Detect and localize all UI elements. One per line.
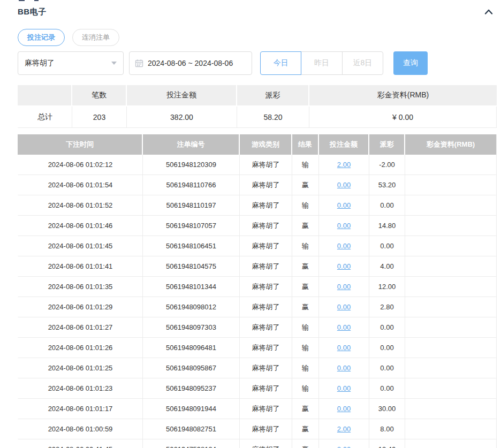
bet-amount-link[interactable]: 0.00 — [337, 181, 351, 189]
table-row: 2024-08-06 01:02:125061948120309麻将胡了输2.0… — [18, 155, 497, 175]
cell-order-number: 5061948098012 — [143, 297, 240, 317]
summary-total-jackpot: ¥ 0.00 — [309, 107, 497, 128]
cell-order-number: 5061948110197 — [143, 195, 240, 216]
summary-header-bet-amount: 投注金额 — [127, 85, 237, 107]
bet-amount-link[interactable]: 0.00 — [337, 222, 351, 230]
cell-result: 输 — [292, 378, 319, 399]
quick-date-button-group: 今日 昨日 近8日 — [260, 51, 383, 75]
record-type-tabs: 投注记录 连消注单 — [18, 29, 497, 46]
cell-payout: 0.00 — [369, 195, 405, 216]
records-header-row: 下注时间 注单编号 游戏类别 结果 投注金额 派彩 彩金资料(RMB) — [18, 134, 497, 155]
table-row: 2024-08-06 01:01:455061948106451麻将胡了输0.0… — [18, 236, 497, 256]
cell-game-type: 麻将胡了 — [240, 297, 292, 317]
summary-header-payout: 派彩 — [237, 85, 309, 107]
cell-payout: 2.80 — [369, 297, 405, 317]
cell-order-number: 5061948097303 — [143, 317, 240, 338]
cell-jackpot — [405, 317, 497, 338]
yesterday-button[interactable]: 昨日 — [301, 51, 342, 75]
cell-bet-amount: 0.00 — [319, 256, 369, 277]
cell-bet-time: 2024-08-06 01:01:45 — [18, 236, 143, 256]
cell-jackpot — [405, 399, 497, 419]
summary-header-count: 笔数 — [72, 85, 127, 107]
bet-amount-link[interactable]: 0.00 — [337, 303, 351, 311]
summary-total-row: 总计 203 382.00 58.20 ¥ 0.00 — [18, 107, 497, 128]
cell-result: 赢 — [292, 439, 319, 448]
cell-order-number: 5061948101344 — [143, 277, 240, 297]
bet-amount-link[interactable]: 0.00 — [337, 405, 351, 413]
bet-amount-link[interactable]: 0.00 — [337, 201, 351, 209]
cell-result: 输 — [292, 317, 319, 338]
cell-bet-amount: 0.00 — [319, 297, 369, 317]
last-8-days-button[interactable]: 近8日 — [342, 51, 383, 75]
cell-jackpot — [405, 195, 497, 216]
bet-amount-link[interactable]: 2.00 — [337, 425, 351, 433]
cell-order-number: 5061948120309 — [143, 155, 240, 175]
table-row: 2024-08-06 01:01:545061948110766麻将胡了赢0.0… — [18, 175, 497, 195]
cell-bet-time: 2024-08-06 01:01:26 — [18, 338, 143, 358]
chevron-up-icon — [484, 9, 494, 17]
cell-bet-amount: 2.00 — [319, 419, 369, 439]
cell-payout: 13.40 — [369, 439, 405, 448]
table-row: 2024-08-06 01:01:295061948098012麻将胡了赢0.0… — [18, 297, 497, 317]
today-button[interactable]: 今日 — [260, 51, 301, 75]
date-range-picker[interactable]: 2024-08-06 ~ 2024-08-06 — [129, 51, 252, 75]
summary-header-empty — [18, 85, 72, 107]
cell-bet-amount: 0.00 — [319, 317, 369, 338]
game-select-value: 麻将胡了 — [25, 58, 55, 68]
cell-order-number: 5061947598134 — [143, 439, 240, 448]
col-header-game-type: 游戏类别 — [240, 134, 292, 155]
bet-amount-link[interactable]: 0.00 — [337, 323, 351, 331]
table-row: 2024-08-06 01:01:275061948097303麻将胡了输0.0… — [18, 317, 497, 338]
bet-amount-link[interactable]: 0.00 — [337, 384, 351, 392]
cell-order-number: 5061948095867 — [143, 358, 240, 378]
cell-payout: 0.00 — [369, 317, 405, 338]
cell-result: 赢 — [292, 277, 319, 297]
col-header-result: 结果 — [292, 134, 319, 155]
summary-header-jackpot: 彩金资料(RMB) — [309, 85, 497, 107]
cell-payout: 0.00 — [369, 378, 405, 399]
cell-bet-time: 2024-08-06 01:02:12 — [18, 155, 143, 175]
cell-result: 赢 — [292, 297, 319, 317]
page-title: BB电子 — [18, 7, 47, 17]
table-row: 2024-08-06 01:01:465061948107057麻将胡了赢0.0… — [18, 216, 497, 236]
search-button[interactable]: 查询 — [393, 51, 428, 75]
table-row: 2024-08-06 01:01:175061948091944麻将胡了赢0.0… — [18, 399, 497, 419]
cell-result: 赢 — [292, 419, 319, 439]
cell-game-type: 麻将胡了 — [240, 175, 292, 195]
cell-result: 赢 — [292, 216, 319, 236]
bet-amount-link[interactable]: 0.00 — [337, 364, 351, 372]
cell-bet-amount: 2.00 — [319, 155, 369, 175]
cell-bet-time: 2024-08-06 00:41:45 — [18, 439, 143, 448]
cell-result: 输 — [292, 338, 319, 358]
cell-jackpot — [405, 155, 497, 175]
cell-bet-amount: 0.00 — [319, 358, 369, 378]
cell-bet-time: 2024-08-06 01:01:25 — [18, 358, 143, 378]
bet-amount-link[interactable]: 0.00 — [337, 283, 351, 291]
cell-payout: 12.00 — [369, 277, 405, 297]
cell-payout: 0.00 — [369, 236, 405, 256]
cell-order-number: 5061948082751 — [143, 419, 240, 439]
table-row: 2024-08-06 01:01:355061948101344麻将胡了赢0.0… — [18, 277, 497, 297]
cell-bet-amount: 0.00 — [319, 236, 369, 256]
cell-jackpot — [405, 297, 497, 317]
summary-total-label: 总计 — [18, 107, 72, 128]
cell-bet-amount: 0.00 — [319, 195, 369, 216]
table-row: 2024-08-06 01:00:595061948082751麻将胡了赢2.0… — [18, 419, 497, 439]
cell-order-number: 5061948104575 — [143, 256, 240, 277]
bet-amount-link[interactable]: 0.00 — [337, 242, 351, 250]
bet-amount-link[interactable]: 0.00 — [337, 344, 351, 352]
game-select[interactable]: 麻将胡了 — [18, 51, 124, 75]
cell-bet-amount: 0.00 — [319, 216, 369, 236]
table-row: 2024-08-06 01:01:415061948104575麻将胡了赢0.0… — [18, 256, 497, 277]
cell-payout: 14.80 — [369, 216, 405, 236]
cell-jackpot — [405, 175, 497, 195]
bet-amount-link[interactable]: 0.00 — [337, 262, 351, 270]
tab-bet-records[interactable]: 投注记录 — [18, 29, 65, 46]
bet-amount-link[interactable]: 2.00 — [337, 161, 351, 169]
collapse-button[interactable] — [481, 8, 497, 16]
tab-cancelled-orders[interactable]: 连消注单 — [72, 29, 119, 46]
bet-amount-link[interactable]: 2.00 — [337, 445, 351, 448]
cell-bet-time: 2024-08-06 01:01:29 — [18, 297, 143, 317]
cell-payout: 8.00 — [369, 419, 405, 439]
col-header-jackpot: 彩金资料(RMB) — [405, 134, 497, 155]
